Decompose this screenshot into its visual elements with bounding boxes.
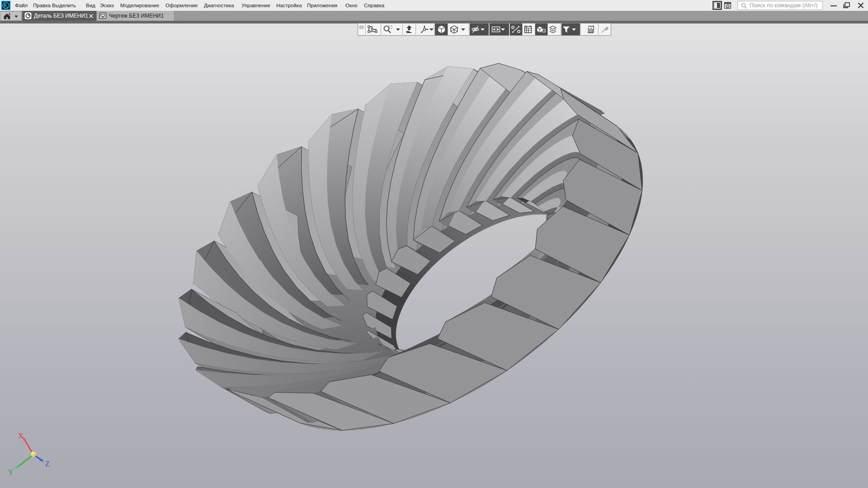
svg-text:X: X <box>18 432 24 440</box>
svg-text:Y: Y <box>8 468 14 476</box>
svg-text:Z: Z <box>45 460 50 468</box>
